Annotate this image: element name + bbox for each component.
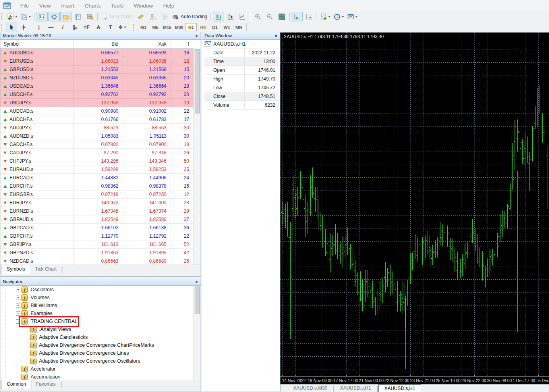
- market-watch-row-usdjpy[interactable]: USDJPY.s132.959132.97819: [0, 99, 201, 107]
- market-watch-scrollbar[interactable]: [193, 48, 201, 265]
- channel-tool[interactable]: ∥ₑ: [69, 23, 80, 32]
- menu-item-view[interactable]: View: [34, 3, 56, 9]
- tab-common[interactable]: Common: [2, 380, 31, 389]
- strategy-tester-toggle[interactable]: [84, 12, 95, 21]
- close-icon[interactable]: x: [194, 279, 199, 284]
- tile-windows-button[interactable]: [276, 12, 287, 21]
- indicators-button[interactable]: [319, 12, 332, 21]
- menu-item-charts[interactable]: Charts: [80, 3, 106, 9]
- market-watch-row-nzdcad[interactable]: NZDCAD.s0.865630.8658926: [0, 257, 201, 265]
- column-header-spread[interactable]: !: [170, 40, 193, 48]
- timeframe-m1[interactable]: M1: [138, 23, 149, 31]
- market-watch-header[interactable]: Market Watch: 09:15:23 x: [0, 32, 201, 40]
- menu-item-insert[interactable]: Insert: [56, 3, 80, 9]
- market-watch-row-eurchf[interactable]: EURCHF.s0.983620.9837816: [0, 182, 201, 190]
- arrows-tool[interactable]: ❖: [117, 23, 128, 32]
- candlestick-style-button[interactable]: [225, 12, 236, 21]
- expand-plus-icon[interactable]: +: [16, 304, 20, 308]
- vertical-line-tool[interactable]: |: [33, 23, 44, 32]
- chevron-down-icon[interactable]: [328, 16, 331, 17]
- chevron-down-icon[interactable]: [342, 16, 344, 17]
- toolbar-grip[interactable]: [133, 24, 136, 31]
- market-watch-row-nzdusd[interactable]: NZDUSD.s0.633450.6336520: [0, 74, 201, 82]
- market-watch-row-gbpaud[interactable]: GBPAUD.s1.825491.8258637: [0, 215, 201, 224]
- menu-item-tools[interactable]: Tools: [106, 3, 129, 9]
- chart-tab-2[interactable]: XAUUSD.s,H1: [378, 384, 421, 392]
- expand-plus-icon[interactable]: +: [16, 311, 20, 316]
- horizontal-line-tool[interactable]: —: [45, 23, 56, 32]
- timeframe-m5[interactable]: M5: [150, 23, 161, 31]
- menu-item-window[interactable]: Window: [129, 3, 158, 9]
- timeframe-m30[interactable]: M30: [174, 23, 185, 31]
- autotrading-button[interactable]: AutoTrading: [171, 12, 209, 21]
- column-header-ask[interactable]: Ask: [122, 40, 170, 48]
- close-icon[interactable]: x: [194, 33, 199, 38]
- timeframe-m15[interactable]: M15: [162, 23, 173, 31]
- market-watch-row-eurcad[interactable]: EURCAD.s1.448821.4490624: [0, 174, 201, 182]
- data-window-toggle[interactable]: [48, 12, 60, 21]
- timeframe-d1[interactable]: D1: [209, 23, 220, 31]
- trendline-tool[interactable]: /: [57, 23, 68, 32]
- mql5-community-button[interactable]: [147, 12, 158, 21]
- tab-tick-chart[interactable]: Tick Chart: [30, 265, 61, 274]
- fibonacci-tool[interactable]: ≡F: [81, 23, 92, 32]
- close-icon[interactable]: x: [273, 33, 278, 38]
- navigator-item-oscillators[interactable]: +fOscillators: [0, 286, 194, 294]
- navigator-item-accumulation[interactable]: fAccumulation: [0, 373, 194, 380]
- text-label-tool[interactable]: T: [105, 23, 116, 32]
- market-watch-row-cadchf[interactable]: CADCHF.s0.678820.6790018: [0, 140, 201, 149]
- text-tool[interactable]: A: [93, 23, 104, 32]
- new-chart-button[interactable]: [6, 12, 19, 21]
- column-header-symbol[interactable]: Symbol: [0, 40, 74, 48]
- tab-symbols[interactable]: Symbols: [2, 265, 30, 274]
- templates-button[interactable]: [346, 12, 359, 21]
- market-watch-row-gbpusd[interactable]: GBPUSD.s1.215531.2156815: [0, 65, 201, 74]
- chevron-down-icon[interactable]: [29, 16, 31, 17]
- expand-plus-icon[interactable]: +: [16, 288, 20, 292]
- zoom-out-button[interactable]: [264, 12, 275, 21]
- timeframe-h1[interactable]: H1: [186, 23, 197, 31]
- navigator-item-adaptive-divergence-convergence-chartpricemarks[interactable]: fAdaptive Divergence Convergence ChartPr…: [0, 341, 194, 349]
- terminal-toggle[interactable]: [72, 12, 83, 21]
- navigator-item-adaptive-divergence-convergence-oscillators[interactable]: fAdaptive Divergence Convergence Oscilla…: [0, 357, 194, 365]
- chevron-down-icon[interactable]: [355, 16, 358, 17]
- cursor-tool[interactable]: [6, 23, 17, 32]
- market-watch-row-eurjpy[interactable]: EURJPY.s140.972141.00028: [0, 199, 201, 207]
- chart-tab-0[interactable]: XAUUSD.s,M30: [288, 384, 333, 392]
- market-watch-row-eurusd[interactable]: EURUSD.s1.060231.0603512: [0, 57, 201, 65]
- navigator-header[interactable]: Navigator x: [0, 278, 201, 286]
- tab-favorites[interactable]: Favorites: [31, 380, 60, 389]
- menu-item-file[interactable]: File: [15, 3, 34, 9]
- chevron-down-icon[interactable]: [124, 27, 126, 28]
- periods-button[interactable]: [332, 12, 345, 21]
- bar-chart-style-button[interactable]: [213, 12, 224, 21]
- scrollbar-thumb[interactable]: [195, 49, 200, 113]
- chart-tab-1[interactable]: XAUUSD.s,H1: [334, 384, 377, 392]
- scrollbar-thumb[interactable]: [195, 286, 200, 314]
- navigator-item-bill-williams[interactable]: +fBill Williams: [0, 302, 194, 309]
- navigator-item-adaptive-divergence-convergence-lines[interactable]: fAdaptive Divergence Convergence Lines: [0, 349, 194, 357]
- new-order-button[interactable]: New Order: [100, 12, 134, 21]
- market-watch-row-audjpy[interactable]: AUDJPY.s88.52388.55330: [0, 124, 201, 132]
- crosshair-tool[interactable]: [18, 23, 29, 32]
- navigator-item-adaptive-candlesticks[interactable]: fAdaptive Candlesticks: [0, 333, 194, 341]
- toolbar-grip[interactable]: [1, 13, 4, 20]
- line-chart-style-button[interactable]: [237, 12, 248, 21]
- market-watch-row-eurnzd[interactable]: EURNZD.s1.673451.6737429: [0, 207, 201, 215]
- market-watch-row-euraud[interactable]: EURAUD.s1.592281.5925325: [0, 165, 201, 174]
- navigator-item-volumes[interactable]: +fVolumes: [0, 294, 194, 302]
- menu-item-help[interactable]: Help: [158, 3, 180, 9]
- market-watch-row-usdchf[interactable]: USDCHF.s0.927620.9279230: [0, 90, 201, 99]
- market-watch-row-audusd[interactable]: AUDUSD.s0.665770.6659316: [0, 49, 201, 57]
- market-watch-row-audchf[interactable]: AUDCHF.s0.617660.6178317: [0, 115, 201, 124]
- navigator-item-accelerator[interactable]: fAccelerator: [0, 365, 194, 373]
- zoom-in-button[interactable]: [252, 12, 263, 21]
- market-watch-row-gbpchf[interactable]: GBPCHF.s1.127701.1279222: [0, 232, 201, 240]
- toolbar-grip[interactable]: [1, 24, 4, 31]
- metaeditor-button[interactable]: [135, 12, 146, 21]
- navigator-scrollbar[interactable]: [193, 286, 201, 380]
- chart-shift-toggle[interactable]: [303, 12, 315, 21]
- chevron-down-icon[interactable]: [15, 16, 17, 17]
- column-header-bid[interactable]: Bid: [74, 40, 122, 48]
- market-watch-row-gbpjpy[interactable]: GBPJPY.s161.613161.66552: [0, 240, 201, 249]
